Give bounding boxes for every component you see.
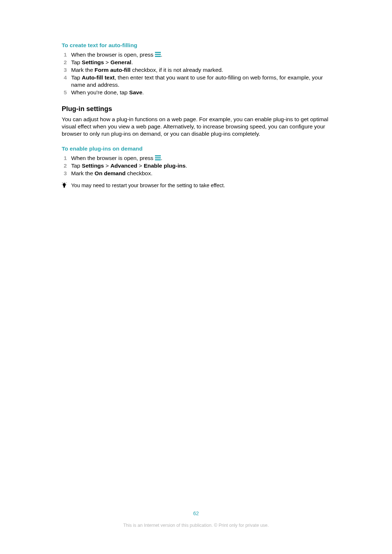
svg-rect-2 [155, 56, 161, 57]
disclaimer-text: This is an Internet version of this publ… [0, 523, 392, 528]
svg-rect-5 [155, 159, 161, 160]
step-text: Mark the On demand checkbox. [71, 170, 330, 177]
step-number: 3 [62, 170, 67, 177]
svg-rect-7 [64, 186, 65, 188]
step-number: 1 [62, 155, 67, 162]
svg-point-6 [63, 183, 66, 186]
page-footer: 62 This is an Internet version of this p… [0, 510, 392, 528]
tip-row: You may need to restart your browser for… [62, 182, 330, 189]
step-number: 4 [62, 74, 67, 81]
step-4: 4 Tap Auto-fill text, then enter text th… [71, 74, 330, 89]
svg-line-11 [62, 182, 63, 183]
steps-plugins: 1 When the browser is open, press . 2 Ta… [71, 155, 330, 177]
step-number: 2 [62, 59, 67, 66]
step-number: 3 [62, 66, 67, 74]
svg-rect-1 [155, 54, 161, 55]
section-title-plugins-demand: To enable plug-ins on demand [62, 145, 330, 152]
page-content: To create text for auto-filling 1 When t… [0, 0, 392, 554]
tip-lightbulb-icon [62, 182, 67, 189]
step-text: When you're done, tap Save. [71, 89, 330, 96]
paragraph-plugin: You can adjust how a plug-in functions o… [62, 116, 330, 138]
step-number: 2 [62, 162, 67, 169]
svg-rect-4 [155, 157, 161, 159]
step-1: 1 When the browser is open, press . [71, 51, 330, 58]
step-text: Tap Settings > Advanced > Enable plug-in… [71, 162, 330, 169]
step-1: 1 When the browser is open, press . [71, 155, 330, 162]
menu-icon [155, 155, 161, 160]
step-text: When the browser is open, press . [71, 51, 330, 58]
svg-line-12 [66, 182, 67, 183]
step-2: 2 Tap Settings > General. [71, 59, 330, 66]
menu-icon [155, 52, 161, 57]
page-number: 62 [0, 510, 392, 516]
step-2: 2 Tap Settings > Advanced > Enable plug-… [71, 162, 330, 169]
steps-autofill: 1 When the browser is open, press . 2 Ta… [71, 51, 330, 96]
step-text: Mark the Form auto-fill checkbox, if it … [71, 66, 330, 74]
step-text: Tap Auto-fill text, then enter text that… [71, 74, 330, 89]
section-title-autofill: To create text for auto-filling [62, 42, 330, 49]
step-number: 5 [62, 89, 67, 96]
svg-rect-0 [155, 52, 161, 53]
svg-rect-3 [155, 155, 161, 156]
step-3: 3 Mark the On demand checkbox. [71, 170, 330, 177]
step-text: Tap Settings > General. [71, 59, 330, 66]
step-text: When the browser is open, press . [71, 155, 330, 162]
step-3: 3 Mark the Form auto-fill checkbox, if i… [71, 66, 330, 74]
tip-text: You may need to restart your browser for… [71, 182, 225, 188]
step-5: 5 When you're done, tap Save. [71, 89, 330, 96]
heading-plugin-settings: Plug-in settings [62, 105, 330, 113]
step-number: 1 [62, 51, 67, 58]
